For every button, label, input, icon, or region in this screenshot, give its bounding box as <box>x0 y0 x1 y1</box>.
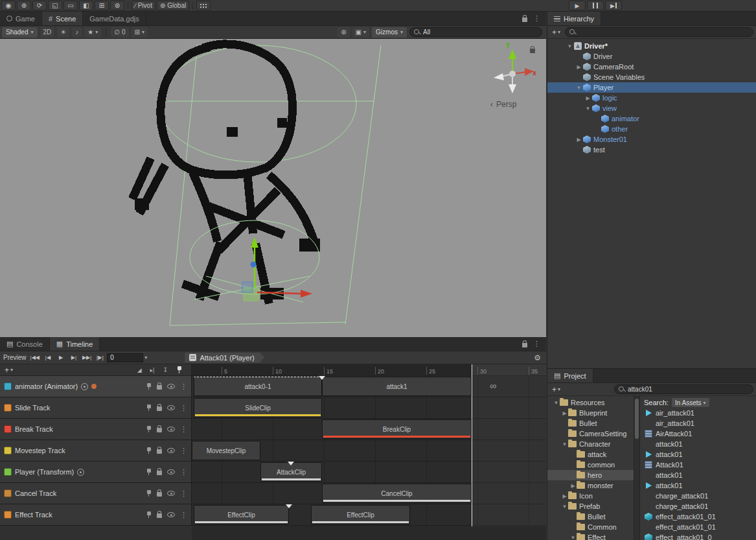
project-search-input[interactable] <box>628 386 749 393</box>
lock-icon[interactable] <box>157 385 162 390</box>
preview-toggle[interactable]: Preview <box>2 353 28 363</box>
axis-y-label[interactable]: y <box>506 40 510 48</box>
create-asset-button[interactable]: + <box>550 385 562 394</box>
gizmo-lock-icon[interactable] <box>530 49 535 53</box>
step-button[interactable] <box>605 1 622 10</box>
asset-item[interactable]: attack01 <box>640 480 756 491</box>
folder-bullet2[interactable]: Bullet <box>547 511 639 522</box>
folder-bullet[interactable]: Bullet <box>547 418 639 428</box>
foldout-arrow[interactable]: ▼ <box>561 441 568 447</box>
foldout-arrow[interactable]: ▼ <box>553 400 560 406</box>
foldout-arrow[interactable]: ▶ <box>561 410 568 416</box>
frame-number-input[interactable] <box>107 353 143 362</box>
view-tool-button[interactable] <box>1 1 16 10</box>
timeline-duration-marker[interactable] <box>472 364 472 526</box>
track-menu-icon[interactable] <box>180 425 187 434</box>
panel-menu-icon[interactable] <box>533 340 540 348</box>
scene-viewport[interactable]: y x Persp <box>0 39 546 337</box>
project-search[interactable] <box>614 384 753 394</box>
asset-item[interactable]: attack01 <box>640 449 756 460</box>
timeline-next-frame-button[interactable] <box>68 353 80 363</box>
timeline-clip[interactable]: EffectClip <box>194 505 289 524</box>
eye-icon[interactable] <box>167 427 175 432</box>
asset-item[interactable]: attack01 <box>640 439 756 449</box>
foldout-arrow[interactable]: ▶ <box>569 483 577 489</box>
pin-icon[interactable] <box>146 447 152 454</box>
pin-icon[interactable] <box>146 490 152 497</box>
hierarchy-item-cameraroot[interactable]: ▶CameraRoot <box>547 62 756 72</box>
hierarchy-search[interactable] <box>565 27 753 37</box>
tab-console[interactable]: Console <box>0 337 50 351</box>
lock-icon[interactable] <box>157 471 162 475</box>
gizmos-dropdown[interactable]: Gizmos <box>372 27 407 38</box>
tab-game[interactable]: Game <box>0 12 42 25</box>
scene-visibility-toggle[interactable]: 0 <box>111 27 128 38</box>
frame-snap-icon[interactable] <box>163 367 168 373</box>
2d-toggle[interactable]: 2D <box>40 27 55 38</box>
track-binding-target-icon[interactable] <box>77 469 84 476</box>
timeline-prev-frame-button[interactable] <box>42 353 54 363</box>
lock-icon[interactable] <box>157 428 162 432</box>
pin-icon[interactable] <box>146 405 152 412</box>
folder-character[interactable]: ▼Character <box>547 439 639 449</box>
add-track-button[interactable]: + <box>3 366 15 375</box>
tab-timeline[interactable]: Timeline <box>50 337 100 351</box>
asset-item[interactable]: air_attack01 <box>640 408 756 418</box>
axis-x-label[interactable]: x <box>533 69 536 76</box>
asset-item[interactable]: air_attack01 <box>640 418 756 428</box>
folder-blueprint[interactable]: ▶Blueprint <box>547 408 639 418</box>
snap-grid-button[interactable] <box>196 1 211 10</box>
hierarchy-item-player[interactable]: ▼Player <box>547 82 756 93</box>
foldout-arrow[interactable]: ▼ <box>575 85 583 91</box>
editor-tools-icon[interactable] <box>338 27 349 38</box>
lock-icon[interactable] <box>157 449 162 454</box>
scale-tool-button[interactable] <box>48 1 62 10</box>
timeline-clip[interactable]: attack1 <box>322 377 472 396</box>
foldout-arrow[interactable]: ▼ <box>561 504 568 510</box>
asset-item[interactable]: Attack01 <box>640 460 756 470</box>
eye-icon[interactable] <box>167 491 175 496</box>
pin-icon[interactable] <box>146 383 152 390</box>
eye-icon[interactable] <box>167 512 175 517</box>
pause-button[interactable] <box>587 1 604 10</box>
mix-mode-icon[interactable] <box>137 367 142 373</box>
lock-icon[interactable] <box>522 343 527 347</box>
hierarchy-item-view[interactable]: ▼view <box>547 103 756 113</box>
track-header-movestep[interactable]: Movestep Track <box>0 440 192 461</box>
lock-icon[interactable] <box>157 406 162 411</box>
global-toggle-button[interactable]: Global <box>157 1 189 10</box>
asset-item[interactable]: attack01 <box>640 470 756 480</box>
tab-scene[interactable]: Scene <box>42 12 83 25</box>
foldout-arrow[interactable]: ▶ <box>575 137 583 143</box>
foldout-arrow[interactable]: ▶ <box>584 95 592 101</box>
clip-marker-icon[interactable] <box>288 462 294 465</box>
hierarchy-item-logic[interactable]: ▶logic <box>547 93 756 103</box>
folder-icon-dir[interactable]: ▶Icon <box>547 491 639 501</box>
folder-camerasetting[interactable]: CameraSetting <box>547 428 639 439</box>
grid-visibility-dropdown[interactable] <box>132 27 148 38</box>
play-button[interactable] <box>569 1 586 10</box>
camera-settings-dropdown[interactable] <box>352 27 369 38</box>
timeline-clip[interactable]: SlideClip <box>194 398 322 417</box>
asset-item[interactable]: effect_attack01_0 <box>640 532 756 540</box>
asset-item[interactable]: AirAttack01 <box>640 428 756 439</box>
search-scope-dropdown[interactable]: In Assets <box>672 398 709 407</box>
audio-toggle[interactable] <box>72 27 82 38</box>
clip-marker-icon[interactable] <box>286 504 292 508</box>
eye-icon[interactable] <box>167 405 175 410</box>
pin-icon[interactable] <box>146 469 152 476</box>
asset-item[interactable]: effect_attack01_01 <box>640 522 756 532</box>
hierarchy-item-test[interactable]: test <box>547 145 756 155</box>
scene-search-input[interactable] <box>423 29 538 36</box>
track-binding-target-icon[interactable] <box>81 383 88 390</box>
grid-tool-button[interactable] <box>95 1 109 10</box>
timeline-clip[interactable]: MovestepClip <box>192 441 260 460</box>
timeline-clip[interactable]: BreakClip <box>322 419 472 439</box>
transform-tool-button[interactable] <box>79 1 93 10</box>
track-header-cancel[interactable]: Cancel Track <box>0 483 192 504</box>
clip-marker-icon[interactable] <box>319 376 325 380</box>
gear-icon[interactable] <box>534 353 541 362</box>
timeline-end-button[interactable] <box>81 353 93 363</box>
track-menu-icon[interactable] <box>180 404 187 412</box>
folder-attack[interactable]: attack <box>547 449 639 460</box>
